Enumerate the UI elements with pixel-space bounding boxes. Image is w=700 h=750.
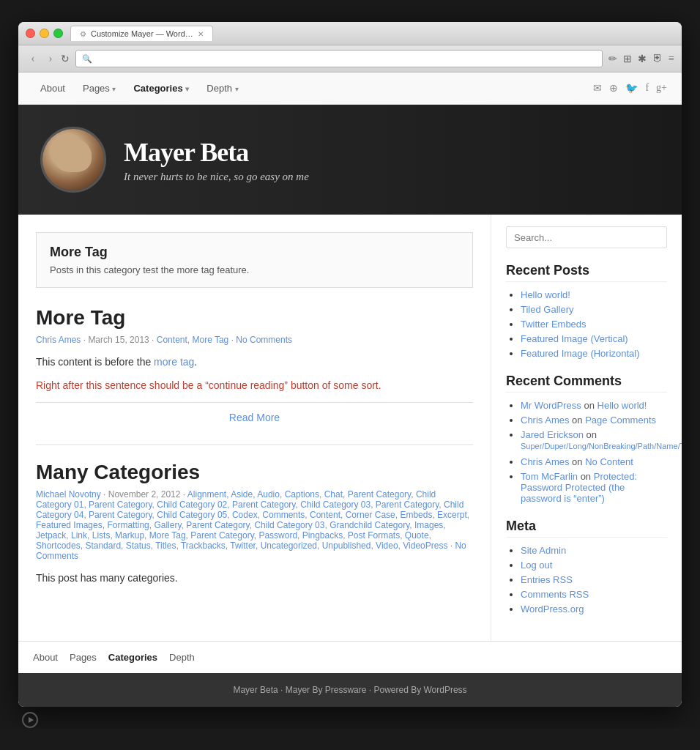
tag-shortcodes[interactable]: Shortcodes [36, 541, 81, 551]
tag-pingbacks[interactable]: Pingbacks [302, 530, 343, 541]
meta-logout[interactable]: Log out [521, 560, 552, 571]
tag-titles[interactable]: Titles [155, 541, 176, 551]
comment-author-chrisames2[interactable]: Chris Ames [521, 456, 569, 467]
nav-pages[interactable]: Pages ▾ [75, 78, 123, 98]
pencil-icon[interactable]: ✏ [608, 53, 617, 65]
post2-author-link[interactable]: Michael Novotny [36, 489, 101, 500]
tag-trackbacks[interactable]: Trackbacks [181, 541, 226, 551]
star-icon[interactable]: ✱ [638, 53, 647, 65]
tag-child-cat03b[interactable]: Child Category 03 [254, 520, 324, 530]
tag-link[interactable]: Link [71, 530, 87, 541]
post-comments-link[interactable]: No Comments [236, 335, 292, 345]
maximize-button[interactable] [53, 29, 63, 38]
tag-status[interactable]: Status [126, 541, 151, 551]
comment-post-hello-world[interactable]: Hello world! [597, 400, 647, 411]
tag-jetpack[interactable]: Jetpack [36, 530, 66, 541]
tag-parent-cat5[interactable]: Parent Category [89, 510, 152, 520]
recent-post-twitter-embeds[interactable]: Twitter Embeds [521, 319, 587, 330]
email-icon[interactable]: ✉ [593, 82, 602, 94]
meta-site-admin[interactable]: Site Admin [521, 545, 566, 556]
tag-parent-cat6[interactable]: Parent Category [186, 520, 250, 530]
address-input[interactable] [95, 53, 596, 64]
tag-parent-cat[interactable]: Parent Category [348, 489, 412, 500]
minimize-button[interactable] [40, 29, 49, 38]
post-author-link[interactable]: Chris Ames [36, 335, 81, 345]
tag-parent-cat7[interactable]: Parent Category [190, 530, 254, 541]
recent-post-featured-vertical[interactable]: Featured Image (Vertical) [521, 333, 628, 344]
search-input[interactable] [506, 226, 667, 248]
tag-parent-cat2[interactable]: Parent Category [89, 500, 152, 510]
tag-standard[interactable]: Standard [85, 541, 121, 551]
more-tag-link[interactable]: more tag [154, 356, 194, 368]
facebook-icon[interactable]: f [645, 82, 649, 94]
tag-lists[interactable]: Lists [92, 530, 111, 541]
meta-entries-rss[interactable]: Entries RSS [521, 574, 573, 585]
rss-icon[interactable]: ⊕ [609, 82, 618, 94]
nav-depth[interactable]: Depth ▾ [199, 78, 245, 98]
menu-icon[interactable]: ≡ [669, 53, 674, 64]
comment-author-chrisames[interactable]: Chris Ames [521, 415, 569, 426]
tag-uncategorized[interactable]: Uncategorized [261, 541, 317, 551]
googleplus-icon[interactable]: g+ [656, 82, 667, 94]
refresh-button[interactable]: ↻ [61, 53, 70, 65]
back-button[interactable]: ‹ [26, 53, 40, 65]
forward-button[interactable]: › [43, 53, 58, 65]
footer-nav-categories[interactable]: Categories [108, 652, 157, 663]
tag-child-cat03[interactable]: Child Category 03 [300, 500, 371, 510]
tag-captions[interactable]: Captions [285, 489, 319, 500]
tag-featured-images[interactable]: Featured Images [36, 520, 103, 530]
tab-close-icon[interactable]: ✕ [198, 30, 204, 38]
comment-author-tom[interactable]: Tom McFarlin [521, 471, 578, 482]
tag-videopress[interactable]: VideoPress [403, 541, 447, 551]
tag-chat[interactable]: Chat [324, 489, 343, 500]
tag-quote[interactable]: Quote [405, 530, 429, 541]
tag-child-cat02[interactable]: Child Category 02 [157, 500, 227, 510]
tag-child-cat05[interactable]: Child Category 05 [157, 510, 227, 520]
tag-more-tag[interactable]: More Tag [149, 530, 186, 541]
tag-audio[interactable]: Audio [257, 489, 280, 500]
comment-post-page-comments[interactable]: Page Comments [585, 415, 656, 426]
play-button[interactable] [22, 712, 38, 728]
tag-corner-case[interactable]: Corner Case [346, 510, 395, 520]
address-bar[interactable]: 🔍 [75, 50, 603, 67]
browser-tab[interactable]: ⚙ Customize Mayer — Word… ✕ [70, 26, 213, 41]
post-category-content[interactable]: Content [157, 335, 187, 345]
tag-gallery[interactable]: Gallery [154, 520, 181, 530]
recent-post-tiled-gallery[interactable]: Tiled Gallery [521, 304, 573, 315]
tag-alignment[interactable]: Alignment [187, 489, 226, 500]
twitter-icon[interactable]: 🐦 [625, 82, 638, 94]
comment-author-mrwordpress[interactable]: Mr WordPress [521, 400, 581, 411]
read-more-link[interactable]: Read More [36, 412, 473, 423]
meta-comments-rss[interactable]: Comments RSS [521, 589, 589, 600]
tag-post-formats[interactable]: Post Formats [348, 530, 400, 541]
tag-parent-cat4[interactable]: Parent Category [376, 500, 439, 510]
comment-author-jared[interactable]: Jared Erickson [521, 429, 584, 440]
recent-post-featured-horizontal[interactable]: Featured Image (Horizontal) [521, 348, 640, 359]
post-category-more-tag[interactable]: More Tag [192, 335, 228, 345]
meta-wordpress-org[interactable]: WordPress.org [521, 604, 584, 615]
footer-nav-depth[interactable]: Depth [169, 652, 195, 663]
nav-categories[interactable]: Categories ▾ [126, 78, 196, 98]
footer-nav-pages[interactable]: Pages [70, 652, 97, 663]
footer-nav-about[interactable]: About [33, 652, 58, 663]
recent-post-hello-world[interactable]: Hello world! [521, 289, 570, 300]
tag-twitter[interactable]: Twitter [230, 541, 256, 551]
tag-content[interactable]: Content [310, 510, 340, 520]
tag-excerpt[interactable]: Excerpt [437, 510, 467, 520]
nav-about[interactable]: About [33, 78, 72, 98]
tag-parent-cat3[interactable]: Parent Category [232, 500, 296, 510]
tag-password[interactable]: Password [258, 530, 297, 541]
layers-icon[interactable]: ⊞ [623, 53, 632, 65]
tag-unpublished[interactable]: Unpublished [322, 541, 371, 551]
tag-grandchild[interactable]: Grandchild Category [329, 520, 409, 530]
tag-markup[interactable]: Markup [115, 530, 144, 541]
comment-post-long-path[interactable]: Super/Duper/Long/NonBreaking/Path/Name/T… [521, 442, 682, 450]
close-button[interactable] [26, 29, 35, 38]
tag-comments[interactable]: Comments [262, 510, 305, 520]
tag-aside[interactable]: Aside [231, 489, 253, 500]
shield-icon[interactable]: ⛨ [652, 53, 663, 64]
tag-video[interactable]: Video [376, 541, 398, 551]
comment-post-no-content[interactable]: No Content [585, 456, 633, 467]
tag-formatting[interactable]: Formatting [107, 520, 149, 530]
tag-images[interactable]: Images [414, 520, 443, 530]
